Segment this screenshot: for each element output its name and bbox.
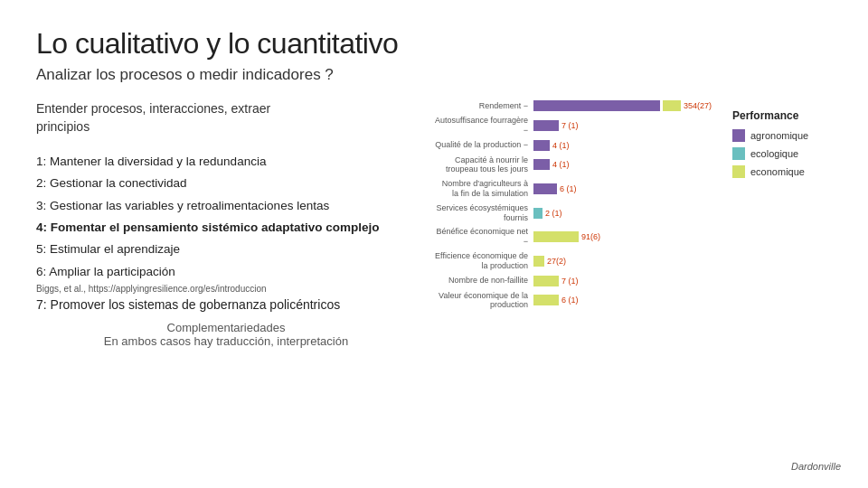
legend-item: economique bbox=[732, 165, 832, 178]
bar-label: Bénéfice économique net − bbox=[434, 227, 533, 247]
bar-value: 27(2) bbox=[547, 257, 566, 266]
legend-item: ecologique bbox=[732, 147, 832, 160]
bar-row: Nombre d'agriculteurs à la fin de la sim… bbox=[434, 179, 718, 199]
bar-label: Qualité de la production − bbox=[434, 140, 533, 150]
bar-container: 91(6) bbox=[533, 231, 600, 242]
legend-color-swatch bbox=[732, 165, 745, 178]
bottom-line1: Complementariedades bbox=[36, 321, 416, 334]
bar-label: Services écosystémiques fournis bbox=[434, 203, 533, 223]
list-item: 5: Estimular el aprendizaje bbox=[36, 239, 416, 259]
bar-value: 4 (1) bbox=[552, 141, 570, 150]
legend-title: Performance bbox=[732, 109, 832, 122]
bar-row: Qualité de la production −4 (1) bbox=[434, 140, 718, 151]
bar-value: 6 (1) bbox=[561, 296, 579, 305]
bar-label: Rendement − bbox=[434, 101, 533, 111]
bar-segment-econ bbox=[663, 100, 681, 111]
bar-value: 2 (1) bbox=[545, 209, 562, 218]
bar-row: Efficience économique de la production27… bbox=[434, 251, 718, 271]
bar-row: Bénéfice économique net −91(6) bbox=[434, 227, 718, 247]
bar-value: 7 (1) bbox=[561, 121, 579, 130]
bar-segment-agro bbox=[533, 100, 660, 111]
bar-value: 91(6) bbox=[581, 232, 600, 241]
bar-segment-agro bbox=[533, 183, 557, 194]
bar-container: 6 (1) bbox=[533, 183, 577, 194]
legend-color-swatch bbox=[732, 129, 745, 142]
principle7: 7: Promover los sistemas de gobernanza p… bbox=[36, 297, 416, 312]
bar-value: 4 (1) bbox=[552, 160, 570, 169]
bar-label: Autosuffisance fourragère − bbox=[434, 116, 533, 136]
list-item: 4: Fomentar el pensamiento sistémico ada… bbox=[36, 218, 416, 238]
bar-label: Nombre de non-faillite bbox=[434, 276, 533, 286]
bar-segment-econ bbox=[533, 295, 559, 305]
bar-label: Valeur économique de la production bbox=[434, 291, 533, 311]
entender-text: Entender procesos, interacciones, extrae… bbox=[36, 100, 416, 136]
bottom-line2: En ambos casos hay traducción, interpret… bbox=[36, 334, 416, 348]
bar-container: 4 (1) bbox=[533, 159, 570, 170]
list-item: 1: Mantener la diversidad y la redundanc… bbox=[36, 152, 416, 172]
legend-color-swatch bbox=[732, 147, 745, 160]
legend-item-label: agronomique bbox=[750, 130, 808, 141]
bar-row: Autosuffisance fourragère −7 (1) bbox=[434, 116, 718, 136]
legend-item-label: ecologique bbox=[750, 148, 798, 159]
bar-label: Capacité à nourrir le troupeau tous les … bbox=[434, 155, 533, 175]
bottom-text: Complementariedades En ambos casos hay t… bbox=[36, 321, 416, 348]
bar-value: 354(27) bbox=[684, 101, 712, 110]
biggs-ref: Biggs, et al., https://applyingresilienc… bbox=[36, 284, 416, 294]
bar-container: 6 (1) bbox=[533, 295, 579, 305]
bar-segment-econ bbox=[533, 276, 559, 286]
page-subtitle: Analizar los procesos o medir indicadore… bbox=[36, 66, 832, 84]
bar-row: Capacité à nourrir le troupeau tous les … bbox=[434, 155, 718, 175]
bar-value: 7 (1) bbox=[561, 277, 579, 286]
bar-value: 6 (1) bbox=[560, 184, 577, 193]
bar-segment-agro bbox=[533, 120, 559, 131]
bar-row: Rendement −354(27) bbox=[434, 100, 718, 111]
bar-segment-agro bbox=[533, 140, 550, 151]
list-item: 2: Gestionar la conectividad bbox=[36, 174, 416, 193]
legend-item: agronomique bbox=[732, 129, 832, 142]
bar-row: Valeur économique de la production6 (1) bbox=[434, 291, 718, 311]
bar-segment-econ bbox=[533, 256, 544, 267]
list-item: 6: Ampliar la participación bbox=[36, 262, 416, 282]
bar-segment-econ bbox=[533, 231, 579, 242]
legend-item-label: economique bbox=[750, 166, 805, 177]
bar-segment-eco bbox=[533, 208, 542, 219]
bar-label: Nombre d'agriculteurs à la fin de la sim… bbox=[434, 179, 533, 199]
principles-list: 1: Mantener la diversidad y la redundanc… bbox=[36, 152, 416, 282]
dardonville-label: Dardonville bbox=[791, 461, 841, 472]
bar-label: Efficience économique de la production bbox=[434, 251, 533, 271]
bar-segment-agro bbox=[533, 159, 550, 170]
bar-container: 2 (1) bbox=[533, 208, 562, 219]
bar-container: 27(2) bbox=[533, 256, 566, 267]
left-panel: Entender procesos, interacciones, extrae… bbox=[36, 100, 416, 348]
bar-container: 7 (1) bbox=[533, 276, 579, 286]
bar-container: 7 (1) bbox=[533, 120, 579, 131]
main-content: Entender procesos, interacciones, extrae… bbox=[36, 100, 832, 348]
bar-container: 4 (1) bbox=[533, 140, 570, 151]
page: Lo cualitativo y lo cuantitativo Analiza… bbox=[0, 0, 868, 488]
page-title: Lo cualitativo y lo cuantitativo bbox=[36, 27, 832, 61]
chart-area: Rendement −354(27)Autosuffisance fourrag… bbox=[434, 100, 832, 314]
legend-panel: Performance agronomiqueecologiqueeconomi… bbox=[732, 100, 832, 183]
bar-chart: Rendement −354(27)Autosuffisance fourrag… bbox=[434, 100, 718, 314]
list-item: 3: Gestionar las variables y retroalimen… bbox=[36, 196, 416, 216]
bar-row: Services écosystémiques fournis2 (1) bbox=[434, 203, 718, 223]
bar-container: 354(27) bbox=[533, 100, 712, 111]
bar-row: Nombre de non-faillite7 (1) bbox=[434, 276, 718, 286]
